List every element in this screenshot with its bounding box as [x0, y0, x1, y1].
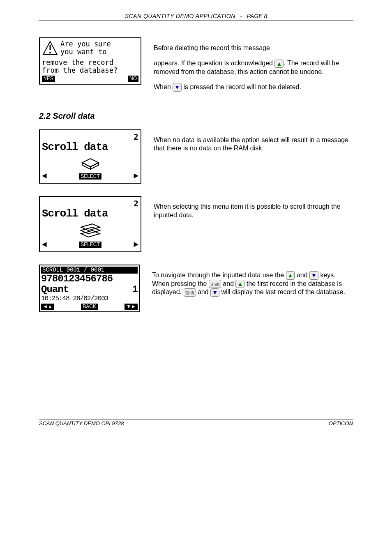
- left-arrow-icon: ◄: [42, 240, 47, 249]
- footer-right: OPTICON: [329, 420, 353, 427]
- menu-title: Scroll data: [42, 141, 138, 153]
- down-arrow-key-icon: ▼: [210, 288, 219, 297]
- svg-marker-5: [90, 163, 99, 169]
- menu-number: 2: [42, 199, 138, 208]
- empty-box-icon: [78, 154, 103, 170]
- warning-icon: [42, 40, 58, 59]
- quantity-label: Quant: [41, 284, 69, 295]
- text: To navigate through the inputted data us…: [152, 271, 353, 297]
- header-title: SCAN QUANTITY DEMO APPLICATION: [125, 13, 235, 19]
- shift-key-icon: Shift: [209, 280, 221, 288]
- up-arrow-key-icon: ▲: [235, 280, 244, 288]
- right-arrow-icon: ►: [134, 172, 138, 181]
- confirm-line: remove the record: [42, 59, 138, 67]
- barcode-value: 9780123456786: [41, 274, 138, 284]
- stacked-sheets-icon: [76, 221, 105, 239]
- no-button: NO: [128, 76, 138, 82]
- scroll-data-empty-screenshot: 2 Scroll data ◄ SELECT ►: [39, 129, 141, 184]
- down-arrow-key-icon: ▼: [309, 271, 318, 279]
- page-footer: SCAN QUANTITY DEMO OPL9728 OPTICON: [39, 419, 353, 427]
- left-arrow-icon: ◄: [42, 172, 47, 181]
- quantity-value: 1: [132, 284, 138, 295]
- menu-title: Scroll data: [42, 208, 138, 220]
- shift-key-icon: Shift: [184, 288, 196, 297]
- record-detail-screenshot: SCROLL 0001 / 0001 9780123456786 Quant 1…: [39, 265, 140, 312]
- section-heading-2-2: 2.2 Scroll data: [39, 111, 353, 121]
- text: When selecting this menu item it is poss…: [154, 203, 353, 220]
- up-arrow-key-icon: ▲: [286, 271, 295, 279]
- page-header: SCAN QUANTITY DEMO APPLICATION - PAGE 8: [39, 12, 353, 21]
- select-button: SELECT: [79, 242, 101, 248]
- svg-marker-3: [82, 159, 99, 167]
- nav-right-icon: ▼►: [125, 304, 138, 310]
- select-button: SELECT: [79, 173, 101, 180]
- svg-point-2: [49, 52, 51, 53]
- menu-number: 2: [42, 132, 138, 141]
- text: When ▼ is pressed the record will not be…: [154, 83, 353, 92]
- back-button: BACK: [81, 304, 98, 310]
- confirm-dialog-screenshot: Are you sure you want to remove the reco…: [39, 37, 141, 85]
- confirm-line: from the database?: [42, 67, 138, 74]
- up-arrow-key-icon: ▲: [274, 60, 284, 68]
- svg-marker-4: [82, 163, 90, 169]
- right-arrow-icon: ►: [134, 240, 138, 249]
- header-page: PAGE 8: [247, 13, 267, 19]
- confirm-line: you want to: [60, 48, 111, 56]
- scroll-data-screenshot: 2 Scroll data ◄ SELECT ►: [39, 196, 141, 252]
- text: When no data is available the option sel…: [154, 136, 353, 153]
- nav-left-icon: ◄▲: [41, 304, 54, 310]
- detail-header: SCROLL 0001 / 0001: [41, 267, 138, 274]
- delete-description: Before deleting the record this message …: [154, 37, 353, 98]
- timestamp: 10:25:48 28/02/2003: [41, 295, 138, 303]
- down-arrow-key-icon: ▼: [173, 83, 182, 91]
- text: appears. If the question is acknowledged…: [154, 59, 353, 76]
- footer-left: SCAN QUANTITY DEMO OPL9728: [39, 420, 124, 427]
- yes-button: YES: [42, 76, 55, 82]
- confirm-line: Are you sure: [60, 40, 111, 48]
- text: Before deleting the record this message: [154, 44, 353, 53]
